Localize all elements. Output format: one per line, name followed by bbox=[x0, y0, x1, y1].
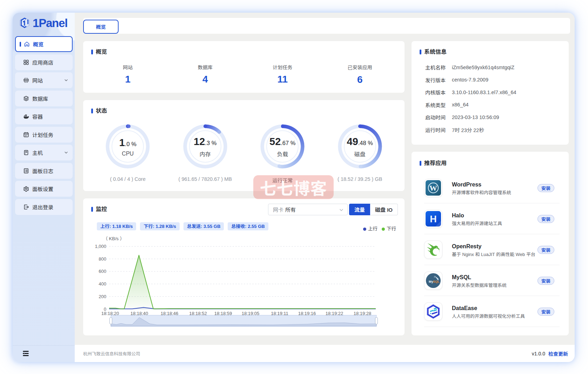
svg-text:600: 600 bbox=[99, 269, 106, 274]
svg-text:（ KB/s ）: （ KB/s ） bbox=[103, 236, 125, 241]
svg-text:SQL: SQL bbox=[433, 280, 440, 283]
svg-text:1,000: 1,000 bbox=[95, 244, 106, 249]
svg-text:400: 400 bbox=[99, 281, 106, 287]
svg-text:H: H bbox=[430, 214, 437, 224]
svg-text:200: 200 bbox=[99, 294, 106, 299]
svg-text:W: W bbox=[429, 184, 437, 192]
svg-text:800: 800 bbox=[99, 256, 106, 262]
